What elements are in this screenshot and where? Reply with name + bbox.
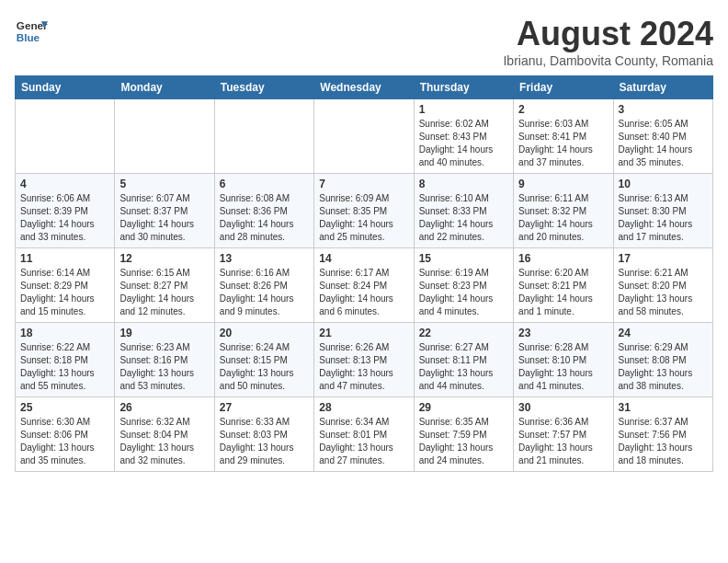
day-number: 26: [119, 401, 209, 414]
logo-icon: General Blue: [15, 15, 48, 48]
day-number: 20: [220, 327, 309, 339]
day-number: 17: [619, 252, 708, 265]
calendar-week-row: 25Sunrise: 6:30 AM Sunset: 8:06 PM Dayli…: [16, 397, 713, 472]
day-info: Sunrise: 6:08 AM Sunset: 8:36 PM Dayligh…: [220, 192, 309, 244]
day-number: 30: [518, 401, 608, 414]
day-info: Sunrise: 6:24 AM Sunset: 8:15 PM Dayligh…: [220, 341, 309, 393]
day-number: 4: [20, 178, 109, 190]
day-info: Sunrise: 6:13 AM Sunset: 8:30 PM Dayligh…: [619, 192, 708, 244]
day-info: Sunrise: 6:17 AM Sunset: 8:24 PM Dayligh…: [319, 267, 408, 318]
day-info: Sunrise: 6:26 AM Sunset: 8:13 PM Dayligh…: [319, 341, 408, 393]
day-info: Sunrise: 6:35 AM Sunset: 7:59 PM Dayligh…: [419, 416, 508, 467]
day-number: 21: [319, 327, 408, 339]
calendar-cell: 3Sunrise: 6:05 AM Sunset: 8:40 PM Daylig…: [613, 99, 712, 174]
day-info: Sunrise: 6:27 AM Sunset: 8:11 PM Dayligh…: [419, 341, 508, 393]
calendar-cell: 2Sunrise: 6:03 AM Sunset: 8:41 PM Daylig…: [514, 99, 613, 174]
day-info: Sunrise: 6:19 AM Sunset: 8:23 PM Dayligh…: [419, 267, 508, 318]
weekday-header: Saturday: [613, 76, 712, 99]
weekday-header: Monday: [115, 76, 214, 99]
calendar-cell: 24Sunrise: 6:29 AM Sunset: 8:08 PM Dayli…: [613, 323, 712, 397]
month-title: August 2024: [503, 15, 713, 53]
day-number: 19: [119, 327, 209, 339]
day-info: Sunrise: 6:36 AM Sunset: 7:57 PM Dayligh…: [518, 416, 608, 467]
day-number: 28: [319, 401, 408, 414]
day-info: Sunrise: 6:11 AM Sunset: 8:32 PM Dayligh…: [518, 192, 608, 244]
day-info: Sunrise: 6:34 AM Sunset: 8:01 PM Dayligh…: [319, 416, 408, 467]
day-info: Sunrise: 6:10 AM Sunset: 8:33 PM Dayligh…: [419, 192, 508, 244]
day-number: 24: [619, 327, 708, 339]
calendar-cell: 15Sunrise: 6:19 AM Sunset: 8:23 PM Dayli…: [414, 248, 513, 323]
day-number: 29: [419, 401, 508, 414]
day-info: Sunrise: 6:09 AM Sunset: 8:35 PM Dayligh…: [319, 192, 408, 244]
calendar-cell: 6Sunrise: 6:08 AM Sunset: 8:36 PM Daylig…: [214, 174, 313, 248]
day-number: 13: [220, 252, 309, 265]
calendar-cell: [214, 99, 313, 174]
calendar-cell: 19Sunrise: 6:23 AM Sunset: 8:16 PM Dayli…: [115, 323, 214, 397]
day-number: 8: [419, 178, 508, 190]
page-header: General Blue General Blue August 2024 Ib…: [15, 15, 713, 68]
location: Ibrianu, Dambovita County, Romania: [503, 53, 713, 68]
calendar-cell: 30Sunrise: 6:36 AM Sunset: 7:57 PM Dayli…: [514, 397, 613, 472]
calendar-cell: 21Sunrise: 6:26 AM Sunset: 8:13 PM Dayli…: [314, 323, 414, 397]
title-block: August 2024 Ibrianu, Dambovita County, R…: [503, 15, 713, 68]
calendar-cell: 27Sunrise: 6:33 AM Sunset: 8:03 PM Dayli…: [214, 397, 313, 472]
day-info: Sunrise: 6:33 AM Sunset: 8:03 PM Dayligh…: [220, 416, 309, 467]
calendar-table: SundayMondayTuesdayWednesdayThursdayFrid…: [15, 75, 713, 472]
weekday-header: Tuesday: [214, 76, 313, 99]
day-info: Sunrise: 6:29 AM Sunset: 8:08 PM Dayligh…: [619, 341, 708, 393]
calendar-cell: 10Sunrise: 6:13 AM Sunset: 8:30 PM Dayli…: [613, 174, 712, 248]
day-info: Sunrise: 6:06 AM Sunset: 8:39 PM Dayligh…: [20, 192, 109, 244]
day-info: Sunrise: 6:05 AM Sunset: 8:40 PM Dayligh…: [619, 118, 708, 169]
day-number: 10: [619, 178, 708, 190]
calendar-cell: 29Sunrise: 6:35 AM Sunset: 7:59 PM Dayli…: [414, 397, 513, 472]
day-info: Sunrise: 6:07 AM Sunset: 8:37 PM Dayligh…: [119, 192, 209, 244]
day-number: 23: [518, 327, 608, 339]
calendar-header-row: SundayMondayTuesdayWednesdayThursdayFrid…: [16, 76, 713, 99]
day-info: Sunrise: 6:32 AM Sunset: 8:04 PM Dayligh…: [119, 416, 209, 467]
day-info: Sunrise: 6:15 AM Sunset: 8:27 PM Dayligh…: [119, 267, 209, 318]
svg-text:Blue: Blue: [17, 31, 40, 43]
calendar-cell: 17Sunrise: 6:21 AM Sunset: 8:20 PM Dayli…: [613, 248, 712, 323]
calendar-cell: 22Sunrise: 6:27 AM Sunset: 8:11 PM Dayli…: [414, 323, 513, 397]
day-number: 2: [518, 103, 608, 116]
calendar-cell: [115, 99, 214, 174]
weekday-header: Wednesday: [314, 76, 414, 99]
calendar-week-row: 1Sunrise: 6:02 AM Sunset: 8:43 PM Daylig…: [16, 99, 713, 174]
day-number: 14: [319, 252, 408, 265]
day-info: Sunrise: 6:21 AM Sunset: 8:20 PM Dayligh…: [619, 267, 708, 318]
logo: General Blue General Blue: [15, 15, 48, 48]
calendar-week-row: 11Sunrise: 6:14 AM Sunset: 8:29 PM Dayli…: [16, 248, 713, 323]
day-info: Sunrise: 6:20 AM Sunset: 8:21 PM Dayligh…: [518, 267, 608, 318]
day-number: 27: [220, 401, 309, 414]
day-number: 16: [518, 252, 608, 265]
weekday-header: Sunday: [16, 76, 115, 99]
day-info: Sunrise: 6:14 AM Sunset: 8:29 PM Dayligh…: [20, 267, 109, 318]
day-info: Sunrise: 6:02 AM Sunset: 8:43 PM Dayligh…: [419, 118, 508, 169]
calendar-week-row: 18Sunrise: 6:22 AM Sunset: 8:18 PM Dayli…: [16, 323, 713, 397]
weekday-header: Thursday: [414, 76, 513, 99]
day-info: Sunrise: 6:22 AM Sunset: 8:18 PM Dayligh…: [20, 341, 109, 393]
day-number: 9: [518, 178, 608, 190]
calendar-cell: 11Sunrise: 6:14 AM Sunset: 8:29 PM Dayli…: [16, 248, 115, 323]
calendar-cell: 25Sunrise: 6:30 AM Sunset: 8:06 PM Dayli…: [16, 397, 115, 472]
calendar-cell: 14Sunrise: 6:17 AM Sunset: 8:24 PM Dayli…: [314, 248, 414, 323]
calendar-cell: 7Sunrise: 6:09 AM Sunset: 8:35 PM Daylig…: [314, 174, 414, 248]
day-number: 15: [419, 252, 508, 265]
calendar-cell: 20Sunrise: 6:24 AM Sunset: 8:15 PM Dayli…: [214, 323, 313, 397]
day-number: 5: [119, 178, 209, 190]
calendar-cell: [314, 99, 414, 174]
calendar-cell: 23Sunrise: 6:28 AM Sunset: 8:10 PM Dayli…: [514, 323, 613, 397]
day-number: 7: [319, 178, 408, 190]
day-info: Sunrise: 6:30 AM Sunset: 8:06 PM Dayligh…: [20, 416, 109, 467]
day-info: Sunrise: 6:28 AM Sunset: 8:10 PM Dayligh…: [518, 341, 608, 393]
day-number: 25: [20, 401, 109, 414]
day-number: 3: [619, 103, 708, 116]
calendar-cell: 4Sunrise: 6:06 AM Sunset: 8:39 PM Daylig…: [16, 174, 115, 248]
day-number: 11: [20, 252, 109, 265]
weekday-header: Friday: [514, 76, 613, 99]
day-number: 31: [619, 401, 708, 414]
day-number: 1: [419, 103, 508, 116]
calendar-cell: 5Sunrise: 6:07 AM Sunset: 8:37 PM Daylig…: [115, 174, 214, 248]
day-info: Sunrise: 6:16 AM Sunset: 8:26 PM Dayligh…: [220, 267, 309, 318]
day-info: Sunrise: 6:23 AM Sunset: 8:16 PM Dayligh…: [119, 341, 209, 393]
